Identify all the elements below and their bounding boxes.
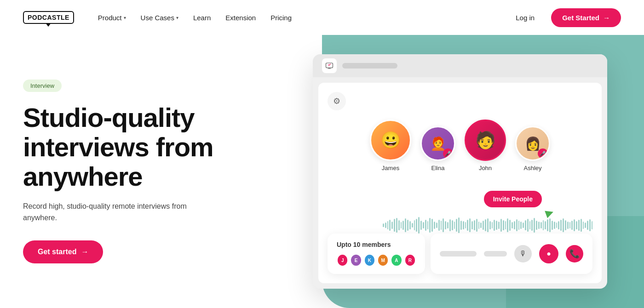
waveform-bar xyxy=(536,221,537,230)
waveform-bar xyxy=(514,221,515,229)
waveform-bar xyxy=(509,220,511,231)
waveform-bar xyxy=(420,221,422,230)
waveform-bar xyxy=(441,221,442,230)
waveform-bar xyxy=(569,222,571,228)
waveform-bar xyxy=(452,220,453,230)
chevron-down-icon: ▾ xyxy=(124,15,126,20)
hero-subtitle: Record high, studio-quality remote inter… xyxy=(23,200,216,224)
nav-learn[interactable]: Learn xyxy=(188,10,216,25)
mini-avatar-2: E xyxy=(350,254,362,267)
waveform-bar xyxy=(469,218,471,232)
browser-app-icon xyxy=(322,58,337,73)
login-button[interactable]: Log in xyxy=(508,10,542,25)
waveform-bar xyxy=(402,221,404,230)
hero-mockup: ⚙ 😀 James 🧑‍🦰 🎤 xyxy=(285,35,644,308)
waveform-bar xyxy=(445,221,446,229)
hero-section: Interview Studio-quality interviews from… xyxy=(0,35,285,308)
members-card: Upto 10 members J E K M A R xyxy=(328,234,425,274)
waveform-bar xyxy=(543,220,544,230)
waveform-bar xyxy=(547,219,548,231)
main-content: Interview Studio-quality interviews from… xyxy=(0,35,644,308)
waveform-bar xyxy=(545,221,546,229)
waveform-bar xyxy=(474,220,475,230)
waveform-bar xyxy=(409,221,411,229)
participant-john: 🧑 John xyxy=(465,120,506,171)
nav-product[interactable]: Product ▾ xyxy=(92,10,132,25)
waveform-bar xyxy=(516,219,518,231)
waveform-bar xyxy=(436,222,437,228)
waveform-bar xyxy=(585,222,586,228)
waveform-bar xyxy=(407,220,408,231)
waveform-bar xyxy=(578,220,580,231)
bottom-panel: Upto 10 members J E K M A R � xyxy=(328,234,592,274)
waveform-bar xyxy=(494,220,495,231)
waveform-bar xyxy=(498,222,500,229)
waveform-bar xyxy=(500,219,502,232)
waveform-bar xyxy=(401,222,402,228)
mini-avatar-4: M xyxy=(377,254,389,267)
navbar: PODCASTLE Product ▾ Use Cases ▾ Learn Ex… xyxy=(0,0,644,35)
waveform-bar xyxy=(460,221,462,230)
waveform-bar xyxy=(418,217,420,234)
participant-name-john: John xyxy=(479,165,492,171)
hero-cta-button[interactable]: Get started → xyxy=(23,240,103,263)
nav-pricing[interactable]: Pricing xyxy=(265,10,297,25)
settings-icon[interactable]: ⚙ xyxy=(328,92,346,110)
waveform-bar xyxy=(496,221,497,230)
end-call-button[interactable]: 📞 xyxy=(566,245,583,262)
waveform-bar xyxy=(520,222,522,229)
waveform-bar xyxy=(503,220,504,230)
arrow-icon: → xyxy=(81,248,88,256)
waveform-bar xyxy=(396,218,397,233)
record-button[interactable]: ● xyxy=(539,244,558,263)
nav-links: Product ▾ Use Cases ▾ Learn Extension Pr… xyxy=(92,10,508,25)
waveform-bar xyxy=(558,221,559,229)
nav-use-cases[interactable]: Use Cases ▾ xyxy=(135,10,184,25)
control-decoration-2 xyxy=(484,251,507,257)
microphone-button[interactable]: 🎙 xyxy=(514,245,532,262)
interview-badge: Interview xyxy=(23,80,62,92)
waveform-bar xyxy=(565,220,566,230)
waveform-bar xyxy=(534,218,535,233)
mini-avatar-6: R xyxy=(404,254,416,267)
arrow-icon: → xyxy=(603,14,610,22)
participant-ashley: 👩 🎤 Ashley xyxy=(515,126,550,171)
waveform-bar xyxy=(483,221,484,230)
browser-bar xyxy=(313,54,607,77)
waveform-bar xyxy=(527,219,529,232)
waveform-bar xyxy=(587,221,588,230)
waveform-bar xyxy=(438,220,440,231)
waveform-bar xyxy=(531,220,533,231)
waveform-bar xyxy=(416,219,417,232)
get-started-nav-button[interactable]: Get Started → xyxy=(551,8,621,27)
logo[interactable]: PODCASTLE xyxy=(23,11,74,24)
waveform-bar xyxy=(583,222,584,229)
members-avatars: J E K M A R xyxy=(337,254,416,267)
waveform-bar xyxy=(412,223,413,228)
waveform-bar xyxy=(391,222,393,229)
waveform-bar xyxy=(512,222,513,228)
waveform-bar xyxy=(427,221,429,229)
waveform-bar xyxy=(480,222,482,228)
waveform-bar xyxy=(492,222,493,228)
invite-people-button[interactable]: Invite People xyxy=(484,191,542,207)
avatar-ashley: 👩 🎤 xyxy=(515,126,550,161)
waveform-bar xyxy=(434,222,435,229)
waveform-bar xyxy=(571,221,573,230)
waveform-bar xyxy=(394,219,395,232)
waveform-bar xyxy=(567,222,569,229)
waveform-bar xyxy=(472,221,473,229)
waveform-bar xyxy=(556,222,558,228)
waveform-bar xyxy=(549,218,551,232)
waveform-bar xyxy=(552,221,553,230)
waveform-bar xyxy=(456,219,457,232)
waveform-bar xyxy=(383,223,384,227)
waveform-bar xyxy=(443,218,444,232)
waveform-bar xyxy=(574,219,575,231)
invite-button-area: Invite People xyxy=(484,191,542,207)
waveform-bar xyxy=(485,219,486,231)
waveform-bar xyxy=(389,220,391,231)
participant-name-james: James xyxy=(382,165,399,171)
waveform-bar xyxy=(581,219,582,232)
nav-extension[interactable]: Extension xyxy=(220,10,261,25)
